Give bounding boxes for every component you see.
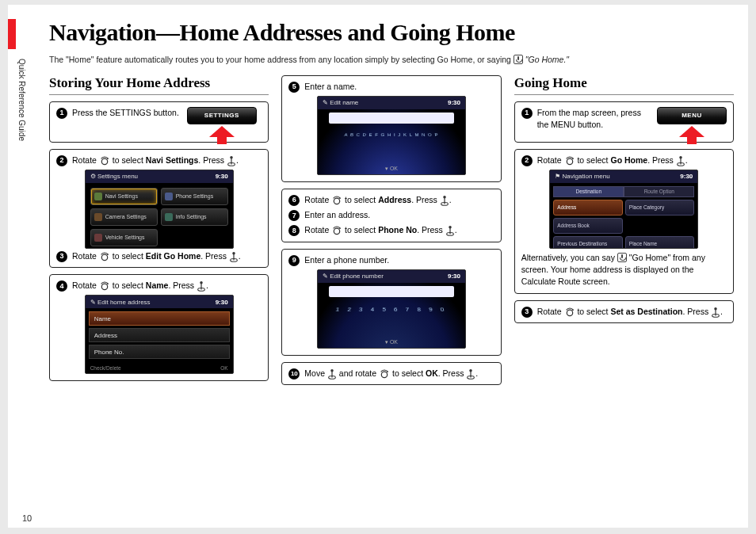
svg-point-19 (449, 226, 452, 229)
svg-point-8 (101, 284, 107, 289)
press-stick-icon (197, 280, 206, 292)
step-9-text: Enter a phone number. (304, 254, 389, 266)
gh-step-3-num: 3 (521, 307, 533, 318)
gh-step-2-box: 2 Rotate to select Go Home. Press . ⚑ Na… (514, 149, 734, 294)
svg-point-7 (232, 252, 235, 255)
svg-point-23 (381, 372, 387, 377)
step-8-num: 8 (288, 225, 300, 236)
gh-alternatively-text: Alternatively, you can say "Go Home" fro… (521, 252, 727, 288)
press-stick-icon (466, 368, 475, 380)
svg-point-15 (443, 196, 446, 199)
svg-point-3 (230, 156, 233, 159)
svg-point-31 (567, 310, 572, 315)
press-stick-icon (445, 225, 455, 236)
menu-button-illustration: MENU (657, 107, 727, 137)
arrow-up-icon (209, 126, 235, 137)
page-title: Navigation—Home Addresses and Going Home (49, 19, 734, 46)
edit-name-screen: ✎ Edit name9:30 A B C D E F G H I J K L … (317, 96, 466, 175)
step-5-text: Enter a name. (304, 81, 357, 93)
step-4-text: Rotate to select Name. Press . (72, 280, 208, 292)
step-8-text: Rotate to select Phone No. Press . (304, 224, 456, 236)
step-1-num: 1 (56, 108, 67, 119)
settings-button-illustration: SETTINGS (187, 107, 257, 137)
svg-point-22 (330, 369, 334, 372)
rotate-dial-icon (564, 155, 575, 166)
gh-step-1-box: 1 From the map screen, press the MENU bu… (514, 101, 734, 143)
step-9-box: 9 Enter a phone number. ✎ Edit phone num… (281, 249, 501, 356)
rotate-dial-icon (99, 155, 110, 166)
column-going-home: Going Home 1 From the map screen, press … (514, 75, 734, 391)
intro-quote: "Go Home." (525, 55, 569, 64)
move-stick-down-icon (327, 368, 337, 380)
press-stick-icon (229, 251, 239, 262)
settings-button-label: SETTINGS (187, 107, 257, 124)
gh-step-2-text: Rotate to select Go Home. Press . (537, 154, 688, 166)
gh-step-3-box: 3 Rotate to select Set as Destination. P… (514, 300, 734, 323)
step-1-text: Press the SETTINGS button. (72, 107, 179, 119)
side-label: Quick Reference Guide (17, 59, 26, 141)
step-2-3-box: 2 Rotate to select Navi Settings. Press … (49, 149, 269, 268)
step-10-num: 10 (288, 368, 300, 380)
press-stick-icon (711, 307, 720, 318)
rotate-dial-icon (331, 195, 342, 206)
settings-menu-screen: ⚙ Settings menu9:30 Navi Settings Phone … (85, 170, 234, 249)
column-storing-continued: 5 Enter a name. ✎ Edit name9:30 A B C D … (281, 75, 501, 391)
red-tab (8, 19, 16, 49)
edit-home-address-screen: ✎ Edit home address9:30 Name Address Pho… (85, 295, 234, 374)
step-4-box: 4 Rotate to select Name. Press . ✎ Edit … (49, 274, 269, 381)
intro-lead: The "Home" feature automatically routes … (49, 55, 514, 64)
svg-point-0 (101, 158, 107, 164)
gh-step-1-num: 1 (521, 108, 533, 119)
step-1-box: 1 Press the SETTINGS button. SETTINGS (49, 101, 269, 143)
heading-going-home: Going Home (514, 75, 734, 95)
svg-point-12 (334, 198, 340, 204)
column-storing: Storing Your Home Address 1 Press the SE… (49, 75, 269, 391)
svg-point-26 (470, 369, 473, 372)
rotate-dial-icon (379, 368, 390, 380)
step-2-text: Rotate to select Navi Settings. Press . (72, 154, 239, 166)
svg-point-30 (679, 156, 682, 159)
rotate-dial-icon (99, 251, 110, 262)
step-4-num: 4 (56, 280, 67, 292)
press-stick-icon (227, 155, 236, 166)
intro-paragraph: The "Home" feature automatically routes … (49, 54, 734, 66)
step-9-num: 9 (288, 255, 300, 266)
step-10-text: Move and rotate to select OK. Press . (304, 368, 478, 380)
heading-storing: Storing Your Home Address (49, 75, 269, 95)
svg-point-34 (714, 307, 717, 310)
gh-step-3-text: Rotate to select Set as Destination. Pre… (537, 306, 723, 318)
svg-point-27 (567, 158, 572, 164)
gh-step-1-text: From the map screen, press the MENU butt… (537, 107, 649, 131)
step-6-text: Rotate to select Address. Press . (304, 194, 451, 206)
voice-icon (617, 253, 627, 262)
step-3-num: 3 (56, 251, 67, 262)
step-5-num: 5 (288, 82, 300, 93)
step-7-text: Enter an address. (304, 209, 370, 221)
step-6-num: 6 (288, 195, 300, 206)
step-3-text: Rotate to select Edit Go Home. Press . (72, 250, 241, 262)
rotate-dial-icon (564, 307, 575, 318)
step-5-box: 5 Enter a name. ✎ Edit name9:30 A B C D … (281, 75, 501, 182)
step-7-num: 7 (288, 210, 300, 221)
svg-point-16 (334, 229, 340, 235)
rotate-dial-icon (331, 225, 342, 236)
press-stick-icon (440, 195, 449, 206)
svg-point-11 (200, 281, 203, 284)
menu-button-label: MENU (657, 107, 727, 124)
edit-phone-screen: ✎ Edit phone number9:30 1 2 3 4 5 6 7 8 … (317, 269, 466, 349)
step-2-num: 2 (56, 155, 67, 166)
press-stick-icon (676, 155, 685, 166)
step-10-box: 10 Move and rotate to select OK. Press . (281, 362, 501, 385)
rotate-dial-icon (99, 280, 110, 292)
step-678-box: 6 Rotate to select Address. Press . 7 En… (281, 189, 501, 242)
voice-icon (514, 55, 523, 64)
svg-point-4 (101, 254, 107, 260)
gh-step-2-num: 2 (521, 155, 533, 166)
page-number: 10 (22, 513, 32, 523)
navigation-menu-screen: ⚑ Navigation menu9:30 DestinationRoute O… (549, 170, 698, 249)
arrow-up-icon (679, 126, 704, 137)
